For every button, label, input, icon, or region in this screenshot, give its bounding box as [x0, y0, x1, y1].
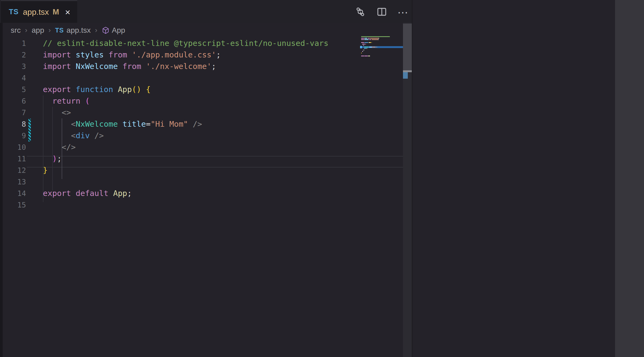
- code-line-1: 1// eslint-disable-next-line @typescript…: [0, 38, 412, 49]
- code-line-9: 9 <div />: [0, 130, 412, 141]
- tab-bar: TS app.tsx M × ⋯: [0, 0, 412, 23]
- minimap-line: [361, 45, 364, 46]
- editor-toolbar: ⋯: [354, 5, 412, 20]
- tab-close-icon[interactable]: ×: [65, 8, 70, 17]
- code-line-14: 14export default App;: [0, 188, 412, 199]
- minimap-line: [361, 47, 377, 48]
- scrollbar-thumb[interactable]: [403, 24, 412, 71]
- minimap-line: [361, 53, 362, 54]
- code-line-5: 5export function App() {: [0, 84, 412, 95]
- breadcrumb-separator-icon: ›: [49, 26, 51, 34]
- breadcrumb-separator-icon: ›: [25, 26, 27, 34]
- minimap-line: [361, 36, 390, 37]
- minimap-line: [361, 39, 379, 40]
- code-line-7: 7 <>: [0, 107, 412, 118]
- typescript-file-icon: TS: [9, 8, 19, 16]
- split-editor-icon[interactable]: [376, 6, 388, 19]
- open-changes-icon[interactable]: [354, 6, 366, 19]
- minimap-line: [361, 56, 370, 57]
- breadcrumb-separator-icon: ›: [95, 26, 97, 34]
- overview-ruler-cursor-marker: [403, 70, 412, 72]
- git-modified-gutter-marker: [28, 119, 31, 141]
- minimap[interactable]: [360, 35, 403, 239]
- tab-modified-badge: M: [53, 8, 59, 16]
- overview-ruler-modified-marker: [403, 72, 408, 79]
- minimap-line: [361, 51, 363, 52]
- minimap-line: [361, 48, 367, 49]
- code-line-6: 6 return (: [0, 95, 412, 107]
- tab-app-tsx[interactable]: TS app.tsx M ×: [1, 0, 77, 23]
- code-line-8: 8 <NxWelcome title="Hi Mom" />: [0, 118, 412, 130]
- breadcrumb-src[interactable]: src: [11, 26, 21, 35]
- breadcrumb-file[interactable]: app.tsx: [66, 26, 91, 35]
- code-line-15: 15: [0, 199, 412, 211]
- minimap-line: [361, 50, 364, 51]
- code-line-13: 13: [0, 176, 412, 188]
- minimap-line: [361, 38, 379, 39]
- typescript-file-icon: TS: [55, 27, 64, 34]
- more-actions-icon[interactable]: ⋯: [397, 10, 409, 15]
- breadcrumb-app[interactable]: app: [32, 26, 44, 35]
- code-line-4: 4: [0, 72, 412, 84]
- breadcrumb: src › app › TS app.tsx › App: [0, 23, 412, 38]
- symbol-cube-icon: [102, 26, 110, 34]
- minimap-line: [361, 42, 372, 43]
- code-line-3: 3import NxWelcome from './nx-welcome';: [0, 61, 412, 72]
- window-left-edge: [0, 23, 3, 357]
- code-line-11: 11 );: [0, 153, 412, 165]
- activity-bar: 2 1 N≥ 1: [615, 0, 644, 357]
- code-line-12: 12}: [0, 165, 412, 176]
- nx-console-panel: NX CONSOLE ⋯ PROJECTS NX CLOUD REMOTE CA…: [412, 0, 615, 357]
- code-line-2: 2import styles from './app.module.css';: [0, 49, 412, 61]
- vscode-window: TS app.tsx M × ⋯ src › app › TS app.tsx …: [0, 0, 644, 357]
- minimap-line: [361, 44, 366, 45]
- code-editor[interactable]: 1// eslint-disable-next-line @typescript…: [0, 38, 412, 357]
- tab-filename: app.tsx: [23, 8, 49, 17]
- breadcrumb-symbol[interactable]: App: [112, 26, 125, 35]
- code-line-10: 10 </>: [0, 141, 412, 153]
